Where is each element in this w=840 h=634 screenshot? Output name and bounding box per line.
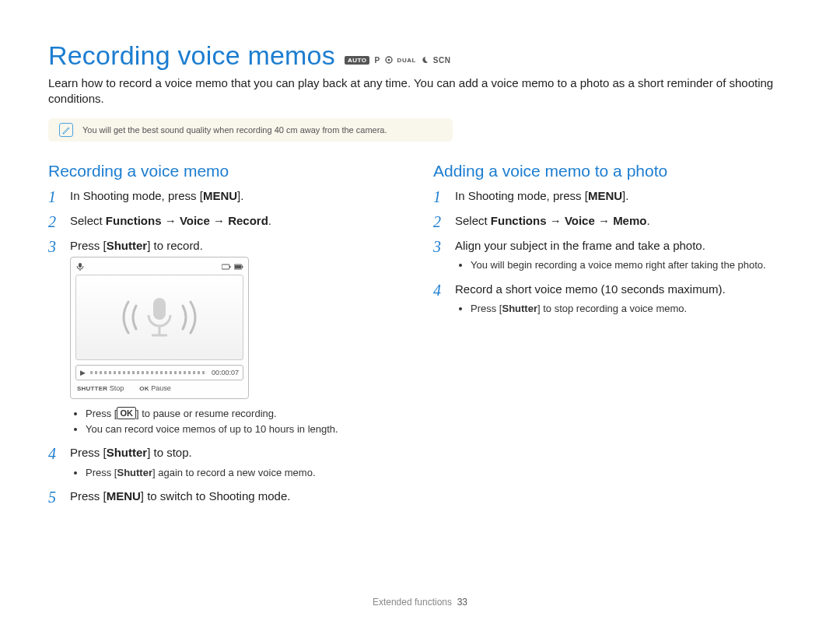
mic-icon: [75, 262, 85, 271]
step-text: Press [: [70, 489, 107, 503]
svg-point-1: [387, 58, 390, 61]
ok-badge: OK: [117, 407, 136, 419]
intro-text: Learn how to record a voice memo that yo…: [48, 75, 792, 107]
mode-icons: AUTO P DUAL SCN: [345, 56, 451, 65]
screenshot-labels: SHUTTER Stop OK Pause: [75, 384, 243, 394]
mode-scn-icon: SCN: [433, 56, 451, 65]
right-step-2: Select Functions → Voice → Memo.: [433, 213, 792, 229]
menu-label: MENU: [203, 189, 237, 202]
left-step-3-sub: Press [OK] to pause or resume recording.…: [70, 407, 407, 436]
step-text: →: [210, 214, 228, 227]
step-text: ] to stop.: [147, 446, 192, 459]
left-step-2: Select Functions → Voice → Record.: [48, 213, 407, 229]
sub-text: ] to stop recording a voice memo.: [537, 303, 687, 314]
right-step-3-sub: You will begin recording a voice memo ri…: [455, 258, 792, 272]
sub-text: ] to pause or resume recording.: [136, 408, 277, 419]
tip-text: You will get the best sound quality when…: [82, 125, 387, 135]
battery-icon: [222, 264, 243, 270]
right-step-4-sub: Press [Shutter] to stop recording a voic…: [455, 302, 792, 316]
sub-item: You can record voice memos of up to 10 h…: [86, 422, 407, 436]
screenshot-status-bar: [75, 262, 243, 271]
left-column: Recording a voice memo In Shooting mode,…: [48, 162, 407, 514]
mic-waves-icon: [113, 290, 206, 345]
page-content: Recording voice memos AUTO P DUAL SCN Le…: [0, 0, 840, 538]
right-steps: In Shooting mode, press [MENU]. Select F…: [433, 188, 792, 316]
step-text: Press [: [70, 446, 107, 459]
svg-rect-2: [79, 263, 82, 268]
sub-text: Press [: [86, 467, 117, 478]
right-step-1: In Shooting mode, press [MENU].: [433, 188, 792, 204]
ok-key-label: OK: [139, 385, 149, 392]
step-text: Press [: [70, 239, 107, 252]
right-column: Adding a voice memo to a photo In Shooti…: [433, 162, 792, 514]
step-bold: Record: [228, 214, 268, 227]
svg-rect-5: [229, 266, 231, 268]
step-bold: Shutter: [107, 446, 148, 459]
step-text: Select: [455, 214, 491, 227]
progress-track: [90, 371, 207, 374]
recorder-screenshot: ▶ 00:00:07 SHUTTER Stop OK Pause: [70, 257, 249, 399]
mode-p-icon: P: [374, 56, 380, 65]
right-heading: Adding a voice memo to a photo: [433, 162, 792, 180]
step-text: ] to record.: [147, 239, 203, 252]
screenshot-body: [75, 275, 243, 360]
step-text: ] to switch to Shooting mode.: [141, 489, 291, 503]
svg-rect-8: [242, 266, 243, 268]
title-row: Recording voice memos AUTO P DUAL SCN: [48, 40, 792, 71]
step-text: .: [646, 214, 649, 227]
sub-bold: Shutter: [502, 303, 537, 314]
step-bold: Shutter: [107, 239, 148, 252]
mode-dual-label: DUAL: [397, 57, 416, 64]
tip-box: You will get the best sound quality when…: [48, 118, 453, 142]
step-text: →: [547, 214, 565, 227]
step-bold: Functions: [491, 214, 547, 227]
page-title: Recording voice memos: [48, 40, 335, 71]
step-bold: Functions: [106, 214, 162, 227]
left-step-4-sub: Press [Shutter] again to record a new vo…: [70, 466, 407, 480]
columns: Recording a voice memo In Shooting mode,…: [48, 162, 792, 514]
step-bold: Memo: [613, 214, 646, 227]
step-text: →: [595, 214, 613, 227]
left-heading: Recording a voice memo: [48, 162, 407, 180]
svg-rect-7: [235, 265, 241, 268]
shutter-key-label: SHUTTER: [77, 385, 107, 392]
sub-text: Press [: [471, 303, 502, 314]
right-step-3: Align your subject in the frame and take…: [433, 238, 792, 272]
note-icon: [59, 123, 73, 137]
pause-label: Pause: [151, 384, 171, 392]
page-number: 33: [457, 597, 467, 608]
step-text: Align your subject in the frame and take…: [455, 239, 705, 252]
step-text: .: [268, 214, 271, 227]
footer-section: Extended functions: [373, 597, 452, 608]
left-step-5: Press [MENU] to switch to Shooting mode.: [48, 489, 407, 504]
step-text: Record a short voice memo (10 seconds ma…: [455, 282, 726, 296]
step-text: In Shooting mode, press [: [455, 189, 588, 202]
step-text: ].: [237, 189, 243, 202]
stop-label: Stop: [110, 384, 124, 392]
step-text: →: [162, 214, 180, 227]
step-text: Select: [70, 214, 106, 227]
screenshot-progress-bar: ▶ 00:00:07: [75, 365, 243, 380]
sub-text: ] again to record a new voice memo.: [152, 467, 316, 478]
sub-item: Press [Shutter] to stop recording a voic…: [471, 302, 792, 316]
mode-night-icon: [421, 56, 429, 65]
sub-item: Press [Shutter] again to record a new vo…: [86, 466, 407, 480]
step-text: ].: [622, 189, 628, 202]
sub-text: Press [: [86, 408, 117, 419]
sub-item: Press [OK] to pause or resume recording.: [86, 407, 407, 421]
sub-item: You will begin recording a voice memo ri…: [471, 258, 792, 272]
step-bold: Voice: [565, 214, 595, 227]
right-step-4: Record a short voice memo (10 seconds ma…: [433, 282, 792, 316]
menu-label: MENU: [107, 489, 141, 503]
mode-auto-icon: AUTO: [345, 56, 370, 65]
svg-rect-4: [222, 264, 229, 269]
page-footer: Extended functions 33: [0, 597, 840, 608]
time-counter: 00:00:07: [212, 368, 239, 377]
mode-dual-icon: [385, 56, 393, 65]
svg-rect-9: [153, 298, 166, 320]
left-steps: In Shooting mode, press [MENU]. Select F…: [48, 188, 407, 505]
step-bold: Voice: [180, 214, 210, 227]
left-step-3: Press [Shutter] to record.: [48, 238, 407, 436]
left-step-1: In Shooting mode, press [MENU].: [48, 188, 407, 204]
step-text: In Shooting mode, press [: [70, 189, 203, 202]
